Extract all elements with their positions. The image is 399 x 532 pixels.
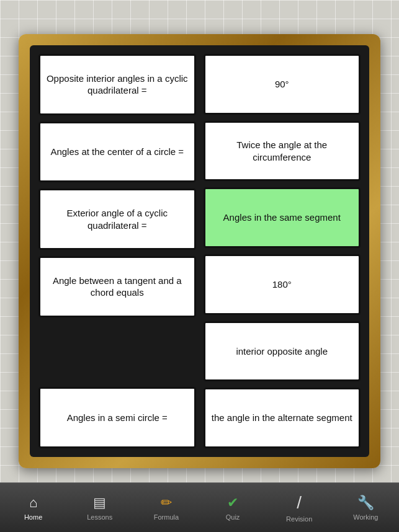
film-icon: ▤: [93, 495, 106, 511]
card-card-6[interactable]: Angles in a semi circle =: [38, 387, 196, 448]
board-inner: Opposite interior angles in a cyclic qua…: [30, 45, 369, 457]
nav-item-lessons[interactable]: ▤Lessons: [75, 495, 125, 521]
nav-item-revision[interactable]: /Revision: [274, 493, 324, 523]
card-card-r6[interactable]: the angle in the alternate segment: [204, 388, 361, 448]
card-card-1[interactable]: Opposite interior angles in a cyclic qua…: [38, 54, 196, 115]
pencil-icon: ✏: [161, 495, 172, 511]
nav-label-lessons: Lessons: [87, 513, 112, 521]
nav-item-formula[interactable]: ✏Formula: [141, 495, 191, 521]
slash-icon: /: [297, 493, 302, 513]
card-card-5[interactable]: [38, 324, 196, 381]
nav-item-home[interactable]: ⌂Home: [9, 495, 58, 521]
bottom-navigation: ⌂Home▤Lessons✏Formula✔Quiz/Revision🔧Work…: [0, 482, 399, 532]
nav-label-revision: Revision: [286, 515, 312, 523]
card-card-4[interactable]: Angle between a tangent and a chord equa…: [38, 256, 196, 317]
nav-item-working[interactable]: 🔧Working: [341, 495, 390, 521]
nav-label-home: Home: [24, 513, 42, 521]
card-card-r4[interactable]: 180°: [204, 254, 361, 315]
nav-item-quiz[interactable]: ✔Quiz: [208, 495, 258, 521]
right-column: 90°Twice the angle at the circumferenceA…: [204, 54, 361, 448]
nav-label-quiz: Quiz: [226, 513, 240, 521]
nav-label-working: Working: [353, 513, 378, 521]
card-card-r5[interactable]: interior opposite angle: [204, 321, 361, 382]
card-card-3[interactable]: Exterior angle of a cyclic quadrilateral…: [38, 188, 196, 250]
left-column: Opposite interior angles in a cyclic qua…: [38, 54, 196, 448]
card-card-2[interactable]: Angles at the center of a circle =: [38, 122, 196, 183]
check-icon: ✔: [227, 495, 238, 511]
wrench-icon: 🔧: [357, 495, 374, 511]
board-frame: Opposite interior angles in a cyclic qua…: [19, 34, 380, 468]
card-card-r3[interactable]: Angles in the same segment: [204, 187, 361, 248]
card-card-r1[interactable]: 90°: [204, 54, 361, 115]
card-card-r2[interactable]: Twice the angle at the circumference: [204, 121, 361, 182]
nav-label-formula: Formula: [154, 513, 179, 521]
home-icon: ⌂: [29, 495, 37, 511]
